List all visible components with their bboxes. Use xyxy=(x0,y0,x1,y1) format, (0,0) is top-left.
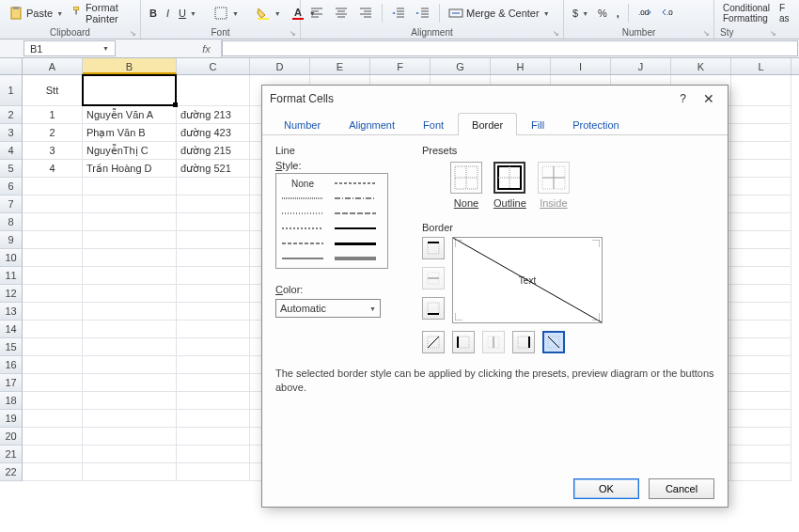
cell[interactable] xyxy=(23,463,83,481)
cell[interactable] xyxy=(83,321,177,338)
column-header[interactable]: D xyxy=(250,58,310,74)
align-left-button[interactable] xyxy=(306,5,327,22)
cell[interactable] xyxy=(731,267,791,285)
cell[interactable] xyxy=(731,463,791,481)
cell[interactable] xyxy=(177,303,250,321)
row-header[interactable]: 9 xyxy=(0,231,23,249)
cell[interactable] xyxy=(23,410,83,428)
cell[interactable] xyxy=(731,392,791,410)
cell[interactable] xyxy=(83,356,177,374)
cell[interactable] xyxy=(83,213,177,231)
cell[interactable] xyxy=(731,428,791,446)
conditional-formatting-button[interactable]: Conditional Formatting xyxy=(720,2,773,24)
close-button[interactable]: ✕ xyxy=(697,89,720,108)
decrease-decimal-button[interactable]: .0 xyxy=(659,5,680,22)
line-style-opt[interactable] xyxy=(333,178,378,189)
cell[interactable] xyxy=(731,213,791,231)
border-diag-up-button[interactable] xyxy=(422,331,445,353)
name-box[interactable]: B1 ▼ xyxy=(24,40,116,56)
cell[interactable] xyxy=(83,374,177,392)
line-style-opt[interactable] xyxy=(333,238,378,249)
help-button[interactable]: ? xyxy=(680,92,686,105)
cell[interactable] xyxy=(23,428,83,446)
tab-fill[interactable]: Fill xyxy=(517,113,558,135)
cell[interactable] xyxy=(731,249,791,267)
border-horiz-button[interactable] xyxy=(422,267,445,289)
preset-outline[interactable]: Outline xyxy=(494,162,526,209)
row-header[interactable]: 18 xyxy=(0,392,23,410)
cell[interactable]: đường 423 xyxy=(177,124,250,142)
column-header[interactable]: H xyxy=(491,58,551,74)
column-header[interactable]: K xyxy=(671,58,731,74)
bold-button[interactable]: B xyxy=(147,7,160,20)
paste-button[interactable]: Paste ▼ xyxy=(6,5,66,22)
column-header[interactable]: F xyxy=(370,58,431,74)
cell[interactable] xyxy=(177,213,250,231)
formula-bar[interactable] xyxy=(222,40,798,56)
cell[interactable] xyxy=(83,410,177,428)
merge-center-button[interactable]: Merge & Center ▼ xyxy=(446,5,553,22)
row-header[interactable]: 21 xyxy=(0,446,23,463)
row-header[interactable]: 19 xyxy=(0,410,23,428)
cell[interactable]: Nguyễn Văn A xyxy=(83,106,177,124)
cancel-button[interactable]: Cancel xyxy=(649,478,714,499)
row-header[interactable]: 22 xyxy=(0,463,23,481)
cell[interactable] xyxy=(731,106,791,124)
row-header[interactable]: 17 xyxy=(0,374,23,392)
cell[interactable]: NguyễnThị C xyxy=(83,142,177,160)
line-style-opt[interactable] xyxy=(280,208,325,219)
cell[interactable] xyxy=(83,75,177,106)
cell[interactable] xyxy=(83,231,177,249)
cell[interactable] xyxy=(177,338,250,356)
line-style-opt[interactable] xyxy=(333,193,378,204)
cell[interactable]: 4 xyxy=(23,160,83,178)
cell[interactable] xyxy=(83,428,177,446)
cell[interactable] xyxy=(177,463,250,481)
line-style-none[interactable]: None xyxy=(280,178,325,189)
line-style-opt[interactable] xyxy=(333,208,378,219)
column-header[interactable]: A xyxy=(23,58,83,74)
increase-decimal-button[interactable]: .00 xyxy=(634,5,655,22)
line-style-picker[interactable]: None xyxy=(275,173,388,269)
format-painter-button[interactable]: Format Painter xyxy=(70,1,134,25)
row-header[interactable]: 10 xyxy=(0,249,23,267)
tab-number[interactable]: Number xyxy=(270,113,335,135)
column-header[interactable]: I xyxy=(551,58,611,74)
comma-button[interactable]: , xyxy=(614,7,622,20)
cell[interactable] xyxy=(731,160,791,178)
row-header[interactable]: 6 xyxy=(0,178,23,196)
row-header[interactable]: 2 xyxy=(0,106,23,124)
border-top-button[interactable] xyxy=(422,237,445,259)
cell[interactable] xyxy=(731,374,791,392)
cell[interactable]: 2 xyxy=(23,124,83,142)
cell[interactable] xyxy=(177,178,250,196)
line-style-opt[interactable] xyxy=(280,253,325,264)
row-header[interactable]: 16 xyxy=(0,356,23,374)
column-header[interactable]: L xyxy=(731,58,791,74)
cell[interactable] xyxy=(83,338,177,356)
cell[interactable]: Stt xyxy=(23,75,83,106)
cell[interactable] xyxy=(731,303,791,321)
line-style-opt[interactable] xyxy=(333,253,378,264)
cell[interactable] xyxy=(83,285,177,303)
cell[interactable] xyxy=(23,213,83,231)
cell[interactable] xyxy=(23,356,83,374)
cell[interactable]: 3 xyxy=(23,142,83,160)
cell[interactable] xyxy=(177,392,250,410)
cell[interactable] xyxy=(177,446,250,463)
cell[interactable] xyxy=(731,321,791,338)
cell[interactable] xyxy=(177,428,250,446)
row-header[interactable]: 3 xyxy=(0,124,23,142)
preset-inside[interactable]: Inside xyxy=(538,162,570,209)
align-right-button[interactable] xyxy=(355,5,376,22)
column-header[interactable]: G xyxy=(431,58,491,74)
cell[interactable] xyxy=(177,321,250,338)
row-header[interactable]: 12 xyxy=(0,285,23,303)
cell[interactable] xyxy=(177,410,250,428)
cell[interactable] xyxy=(731,410,791,428)
cell[interactable] xyxy=(731,231,791,249)
cell[interactable]: đường 521 xyxy=(177,160,250,178)
tab-alignment[interactable]: Alignment xyxy=(335,113,409,135)
tab-font[interactable]: Font xyxy=(409,113,458,135)
border-left-button[interactable] xyxy=(452,331,475,353)
